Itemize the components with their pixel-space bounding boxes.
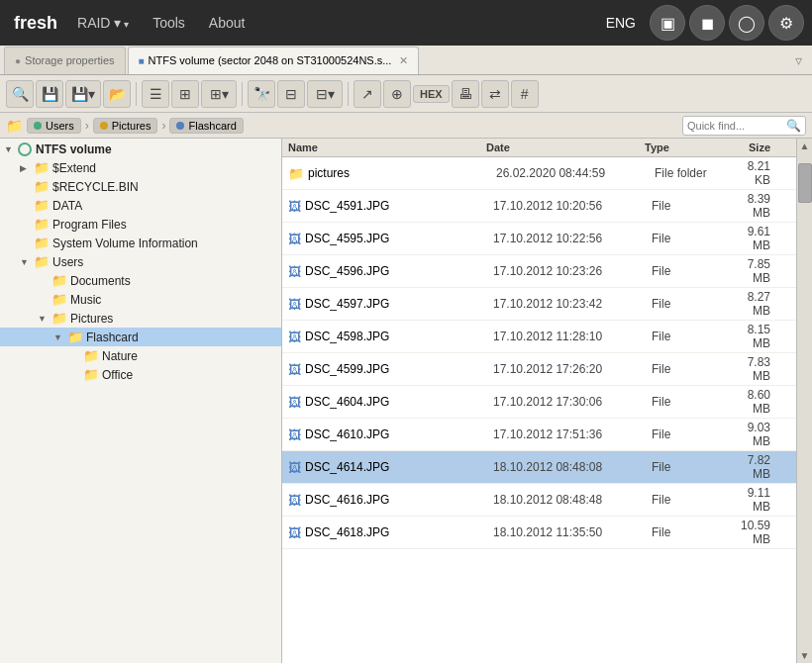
file-row[interactable]: 🖼 DSC_4614.JPG 18.10.2012 08:48:08 File … xyxy=(282,451,796,484)
view-button[interactable]: ⊟ xyxy=(277,80,305,108)
file-type: File xyxy=(652,493,741,507)
save-arrow-button[interactable]: 💾▾ xyxy=(65,80,101,108)
tab-filter-icon[interactable]: ▿ xyxy=(789,50,808,70)
breadcrumb-flashcard-label: Flashcard xyxy=(188,120,236,132)
save-button[interactable]: 💾 xyxy=(36,80,63,108)
tab-storage-properties[interactable]: ● Storage properties xyxy=(4,47,126,74)
quick-find-icon[interactable]: 🔍 xyxy=(786,119,801,133)
tabbar: ● Storage properties ■ NTFS volume (sect… xyxy=(0,46,812,75)
scroll-down-arrow[interactable]: ▼ xyxy=(797,648,812,663)
tree-item-extend[interactable]: ▶ 📁 $Extend xyxy=(0,158,281,177)
language-label: ENG xyxy=(596,15,646,31)
breadcrumb-sep1: › xyxy=(85,119,89,133)
tab-ntfs-volume[interactable]: ■ NTFS volume (sector 2048 on ST31000524… xyxy=(128,47,420,74)
tree-item-office[interactable]: 📁 Office xyxy=(0,365,281,384)
tab-close-icon[interactable]: ✕ xyxy=(399,54,408,67)
view-arrow-button[interactable]: ⊟▾ xyxy=(307,80,343,108)
tree-root[interactable]: ▼ NTFS volume xyxy=(0,141,281,158)
tree-item-programfiles[interactable]: 📁 Program Files xyxy=(0,215,281,234)
file-date: 17.10.2012 17:51:36 xyxy=(493,427,652,441)
file-type: File xyxy=(652,427,741,441)
main-area: ▼ NTFS volume ▶ 📁 $Extend 📁 $RECYCLE.BIN… xyxy=(0,139,812,663)
tree-item-music[interactable]: 📁 Music xyxy=(0,290,281,309)
file-date: 17.10.2012 10:22:56 xyxy=(493,232,652,245)
column-header-name[interactable]: Name xyxy=(288,142,486,153)
hash-button[interactable]: # xyxy=(511,80,539,108)
file-row[interactable]: 🖼 DSC_4596.JPG 17.10.2012 10:23:26 File … xyxy=(282,255,796,288)
open-button[interactable]: 📂 xyxy=(103,80,131,108)
print-button[interactable]: 🖶 xyxy=(452,80,479,108)
file-row[interactable]: 🖼 DSC_4597.JPG 17.10.2012 10:23:42 File … xyxy=(282,288,796,321)
file-name: DSC_4604.JPG xyxy=(305,395,493,409)
file-row[interactable]: 🖼 DSC_4610.JPG 17.10.2012 17:51:36 File … xyxy=(282,419,796,451)
tree-item-recycle[interactable]: 📁 $RECYCLE.BIN xyxy=(0,177,281,196)
hex-button[interactable]: HEX xyxy=(413,85,450,103)
book-button[interactable]: 🔭 xyxy=(248,80,275,108)
file-icon: 🖼 xyxy=(288,264,301,279)
breadcrumb-sep2: › xyxy=(161,119,165,133)
tab-ntfs-icon: ■ xyxy=(139,55,145,66)
quick-find-box[interactable]: 🔍 xyxy=(682,116,806,136)
tree-item-sysvolinfo[interactable]: 📁 System Volume Information xyxy=(0,234,281,252)
file-type: File xyxy=(652,264,741,278)
breadcrumb-pictures[interactable]: Pictures xyxy=(93,118,158,134)
columns-arrow-button[interactable]: ⊞▾ xyxy=(201,80,237,108)
tree-item-users[interactable]: ▼ 📁 Users xyxy=(0,252,281,271)
tree-flashcard-label: Flashcard xyxy=(86,331,139,344)
file-panel: Name Date Type Size 📁 pictures 26.02.202… xyxy=(282,139,796,663)
file-row[interactable]: 🖼 DSC_4604.JPG 17.10.2012 17:30:06 File … xyxy=(282,386,796,419)
file-list-header: Name Date Type Size xyxy=(282,139,796,157)
file-icon: 🖼 xyxy=(288,362,301,377)
column-header-type[interactable]: Type xyxy=(645,142,734,153)
columns-button[interactable]: ⊞ xyxy=(171,80,199,108)
tree-item-flashcard[interactable]: ▼ 📁 Flashcard xyxy=(0,328,281,346)
tree-root-label: NTFS volume xyxy=(36,142,112,156)
file-type: File folder xyxy=(655,166,744,180)
terminal-icon[interactable]: ▣ xyxy=(650,5,685,41)
file-row[interactable]: 🖼 DSC_4591.JPG 17.10.2012 10:20:56 File … xyxy=(282,190,796,223)
file-icon: 🖼 xyxy=(288,493,301,508)
file-type: File xyxy=(652,330,741,343)
file-list-scrollbar[interactable]: ▲ ▼ xyxy=(796,139,812,663)
breadcrumb-users-label: Users xyxy=(46,120,74,132)
settings-icon[interactable]: ⚙ xyxy=(768,5,804,41)
user-icon[interactable]: ◯ xyxy=(729,5,764,41)
file-row[interactable]: 📁 pictures 26.02.2020 08:44:59 File fold… xyxy=(282,157,796,190)
menu-item-raid[interactable]: RAID ▾ xyxy=(67,11,139,35)
tree-extend-label: $Extend xyxy=(52,161,96,175)
list-view-button[interactable]: ☰ xyxy=(142,80,169,108)
tree-item-nature[interactable]: 📁 Nature xyxy=(0,346,281,365)
tree-sysvolinfo-label: System Volume Information xyxy=(52,237,198,250)
tree-item-documents[interactable]: 📁 Documents xyxy=(0,271,281,290)
tree-nature-label: Nature xyxy=(102,349,138,363)
tree-item-data[interactable]: 📁 DATA xyxy=(0,196,281,215)
quick-find-input[interactable] xyxy=(687,120,786,132)
file-date: 18.10.2012 11:35:50 xyxy=(493,525,652,539)
file-row[interactable]: 🖼 DSC_4616.JPG 18.10.2012 08:48:48 File … xyxy=(282,484,796,517)
file-name: DSC_4596.JPG xyxy=(305,264,493,278)
open2-button[interactable]: ↗ xyxy=(354,80,381,108)
breadcrumb-users[interactable]: Users xyxy=(27,118,81,134)
search-button[interactable]: 🔍 xyxy=(6,80,34,108)
file-size: 8.15 MB xyxy=(741,323,790,350)
column-header-date[interactable]: Date xyxy=(486,142,645,153)
scroll-up-arrow[interactable]: ▲ xyxy=(797,139,812,153)
file-row[interactable]: 🖼 DSC_4618.JPG 18.10.2012 11:35:50 File … xyxy=(282,517,796,549)
file-row[interactable]: 🖼 DSC_4595.JPG 17.10.2012 10:22:56 File … xyxy=(282,223,796,255)
file-row[interactable]: 🖼 DSC_4598.JPG 17.10.2012 11:28:10 File … xyxy=(282,321,796,353)
open3-button[interactable]: ⊕ xyxy=(383,80,411,108)
film-icon[interactable]: ◼ xyxy=(689,5,725,41)
menu-item-tools[interactable]: Tools xyxy=(143,11,195,35)
sync-button[interactable]: ⇄ xyxy=(481,80,509,108)
file-row[interactable]: 🖼 DSC_4599.JPG 17.10.2012 17:26:20 File … xyxy=(282,353,796,386)
file-name: DSC_4618.JPG xyxy=(305,525,493,539)
breadcrumb-flashcard[interactable]: Flashcard xyxy=(169,118,243,134)
app-name[interactable]: fresh xyxy=(8,13,63,34)
tree-item-pictures[interactable]: ▼ 📁 Pictures xyxy=(0,309,281,328)
toolbar: 🔍 💾 💾▾ 📂 ☰ ⊞ ⊞▾ 🔭 ⊟ ⊟▾ ↗ ⊕ HEX 🖶 ⇄ # xyxy=(0,75,812,113)
file-icon: 🖼 xyxy=(288,395,301,410)
menu-item-about[interactable]: About xyxy=(199,11,255,35)
file-date: 17.10.2012 17:26:20 xyxy=(493,362,652,376)
breadcrumb-pictures-label: Pictures xyxy=(112,120,152,132)
column-header-size[interactable]: Size xyxy=(734,142,790,153)
